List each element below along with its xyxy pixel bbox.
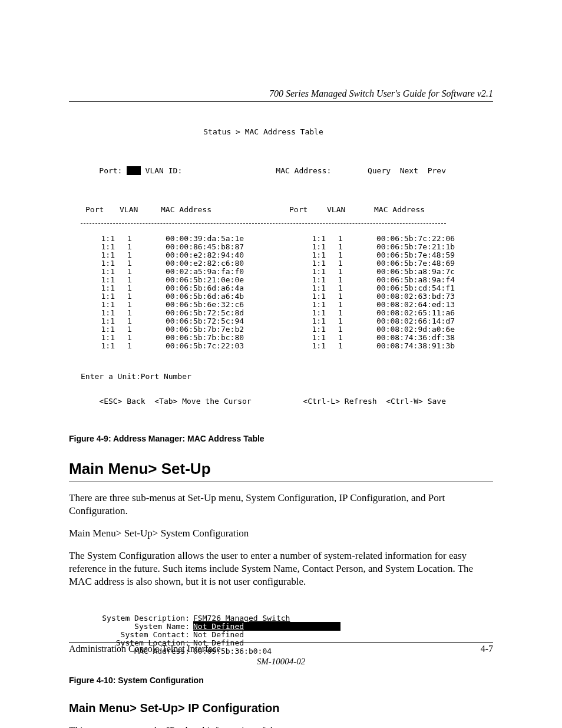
- setup-desc-para: The System Configuration allows the user…: [69, 549, 493, 588]
- mac-table-row: 1:1100:06:5b:21:0e:0e1:1100:06:5b:a8:9a:…: [81, 276, 493, 284]
- mac-table-row: 1:1100:00:39:da:5a:1e1:1100:06:5b:7c:22:…: [81, 235, 493, 243]
- mac-table-row: 1:1100:06:5b:6d:a6:4b1:1100:08:02:63:bd:…: [81, 292, 493, 301]
- query-button[interactable]: Query: [368, 166, 391, 175]
- col-vlan-left: VLAN: [120, 206, 149, 214]
- mac-table-row: 1:1100:06:5b:6e:32:c61:1100:08:02:64:ed:…: [81, 301, 493, 309]
- setup-intro-para: There are three sub-menus at Set-Up menu…: [69, 492, 493, 518]
- mac-table-row: 1:1100:00:e2:82:94:401:1100:06:5b:7e:48:…: [81, 251, 493, 259]
- col-mac-left: MAC Address: [149, 206, 266, 214]
- key-tab: <Tab> Move the Cursor: [154, 397, 251, 406]
- heading-main-menu-setup: Main Menu> Set-Up: [69, 460, 493, 482]
- prev-button[interactable]: Prev: [428, 166, 446, 175]
- system-config-row: System Name:Not Defined: [95, 622, 493, 631]
- key-esc: <ESC> Back: [99, 397, 145, 406]
- system-config-row: System Contact:Not Defined: [95, 631, 493, 639]
- terminal-divider: [81, 223, 446, 224]
- running-header: 700 Series Managed Switch User's Guide f…: [69, 88, 493, 102]
- col-port-right: Port: [289, 206, 321, 214]
- setup-breadcrumb-para: Main Menu> Set-Up> System Configuration: [69, 527, 493, 540]
- key-save: <Ctrl-W> Save: [386, 397, 446, 406]
- mac-table-row: 1:1100:02:a5:9a:fa:f01:1100:06:5b:a8:9a:…: [81, 268, 493, 276]
- system-config-row: System Description:FSM726 Managed Switch: [95, 614, 493, 622]
- next-button[interactable]: Next: [400, 166, 418, 175]
- mac-filter-label: MAC Address:: [276, 166, 331, 175]
- ip-config-para: This menu manages the IP related informa…: [69, 724, 493, 728]
- mac-table-row: 1:1100:00:86:45:b8:871:1100:06:5b:7e:21:…: [81, 243, 493, 251]
- page-footer: Administration Console Telnet Interface …: [69, 642, 493, 667]
- figure-4-9-caption: Figure 4-9: Address Manager: MAC Address…: [69, 434, 493, 443]
- mac-address-table-terminal: Status > MAC Address Table Port: VLAN ID…: [81, 120, 493, 430]
- mac-table-row: 1:1100:06:5b:72:5c:941:1100:08:02:66:14:…: [81, 317, 493, 325]
- heading-ip-configuration: Main Menu> Set-Up> IP Configuration: [69, 701, 493, 715]
- mac-table-row: 1:1100:00:e2:82:c6:801:1100:06:5b:7e:48:…: [81, 259, 493, 268]
- terminal-prompt: Enter a Unit:Port Number: [81, 373, 493, 381]
- terminal-breadcrumb: Status > MAC Address Table: [81, 128, 446, 136]
- footer-page-number: 4-7: [481, 644, 493, 654]
- key-refresh: <Ctrl-L> Refresh: [303, 397, 376, 406]
- mac-table-row: 1:1100:06:5b:7b:7e:b21:1100:08:02:9d:a0:…: [81, 325, 493, 334]
- vlan-filter-label: VLAN ID:: [146, 166, 183, 175]
- mac-table-row: 1:1100:06:5b:72:5c:8d1:1100:08:02:65:11:…: [81, 309, 493, 317]
- footer-docnum: SM-10004-02: [69, 657, 493, 667]
- mac-table-row: 1:1100:06:5b:7c:22:031:1100:08:74:38:91:…: [81, 342, 493, 350]
- port-filter-input[interactable]: [127, 166, 140, 175]
- footer-left: Administration Console Telnet Interface: [69, 644, 221, 654]
- figure-4-10-caption: Figure 4-10: System Configuration: [69, 676, 493, 685]
- col-mac-right: MAC Address: [356, 206, 468, 214]
- col-vlan-right: VLAN: [321, 206, 356, 214]
- port-filter-label: Port:: [99, 166, 122, 175]
- mac-table-row: 1:1100:06:5b:7b:bc:801:1100:08:74:36:df:…: [81, 334, 493, 342]
- mac-table-row: 1:1100:06:5b:6d:a6:4a1:1100:06:5b:cd:54:…: [81, 284, 493, 292]
- col-port-left: Port: [81, 206, 120, 214]
